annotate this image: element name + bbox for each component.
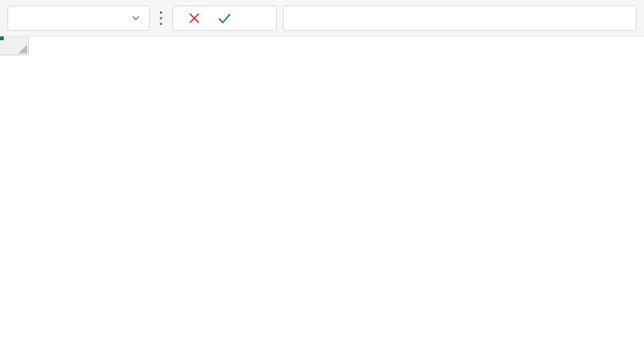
formula-edit-buttons (172, 6, 277, 31)
chevron-down-icon[interactable] (130, 13, 142, 24)
select-all-corner[interactable] (0, 36, 29, 55)
formula-bar-row (0, 0, 644, 36)
column-headers (29, 36, 644, 55)
accept-edit-button[interactable] (209, 6, 240, 30)
cancel-edit-button[interactable] (179, 6, 209, 30)
row-headers (0, 55, 29, 362)
name-box-resize-handle[interactable] (156, 8, 166, 28)
spreadsheet-grid[interactable] (0, 36, 644, 362)
name-box[interactable] (8, 6, 150, 31)
insert-function-button[interactable] (240, 6, 270, 30)
cell-area[interactable] (29, 55, 644, 362)
formula-bar-input[interactable] (283, 6, 636, 31)
